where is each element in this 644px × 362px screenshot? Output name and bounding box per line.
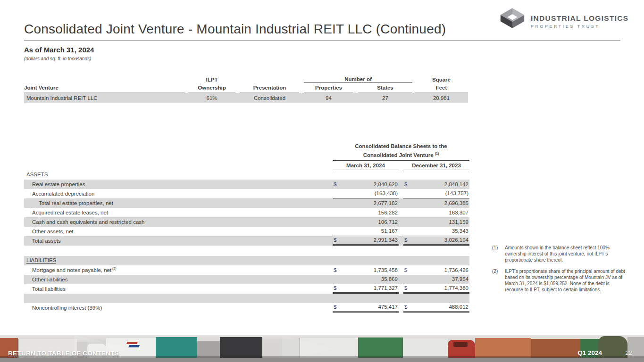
balance-sheet: Consolidated Balance Sheets to the Conso… <box>24 142 469 313</box>
truck-red <box>448 340 475 358</box>
row-label: LIABILITIES <box>24 257 333 264</box>
balance-sheet-row: Total liabilities $1,771,327 $1,774,380 <box>24 284 469 294</box>
page-number: 22 <box>626 349 632 356</box>
jv-header-top-row: ILPT Number of Square <box>24 74 468 82</box>
footnote-text: ILPT's proportionate share of the princi… <box>505 268 626 293</box>
footnote-number: (1) <box>492 245 505 263</box>
row-value-current: (163,438) <box>333 189 399 198</box>
row-value-prior: $1,774,380 <box>403 284 469 294</box>
balance-sheet-row: Real estate properties $2,840,620 $2,840… <box>24 180 469 189</box>
row-value-current: $2,991,343 <box>333 236 399 246</box>
row-label: Real estate properties <box>24 181 333 187</box>
col-ownership: Ownership <box>188 85 235 92</box>
row-value-current: 35,869 <box>333 275 399 284</box>
col-presentation: Presentation <box>240 85 299 92</box>
title-divider <box>24 41 620 41</box>
logo-name: INDUSTRIAL LOGISTICS <box>531 14 628 23</box>
container-gray <box>197 341 220 358</box>
row-value-current: 106,712 <box>333 217 399 227</box>
return-to-toc-link[interactable]: RETURN TO TABLE OF CONTENTS <box>8 350 119 357</box>
bs-col-prior: December 31, 2023 <box>403 161 469 170</box>
footer-photo-strip: RETURN TO TABLE OF CONTENTS Q1 2024 22 <box>0 335 644 362</box>
jv-ownership: 61% <box>188 95 235 101</box>
row-label: Other assets, net <box>24 229 333 234</box>
container-green <box>358 337 403 358</box>
row-label: Noncontrolling interest (39%) <box>24 305 333 311</box>
row-value-current <box>333 294 399 303</box>
jv-square-feet: 20,981 <box>415 95 468 101</box>
row-value-prior: 35,343 <box>403 227 469 236</box>
col-number-of: Number of <box>304 76 412 82</box>
col-square: Square <box>415 77 468 82</box>
row-value-current <box>333 246 399 256</box>
row-label: Accumulated depreciation <box>24 191 333 197</box>
row-value-prior: $3,026,194 <box>403 236 469 246</box>
row-value-current <box>333 170 399 180</box>
row-value-prior: 163,307 <box>403 208 469 217</box>
logo-tagline: PROPERTIES TRUST <box>531 24 628 29</box>
row-value-prior: $2,840,142 <box>403 180 469 189</box>
balance-sheet-row: Other assets, net 51,167 35,343 <box>24 227 469 236</box>
balance-sheet-row: ASSETS <box>24 170 469 180</box>
row-value-current: $1,771,327 <box>333 284 399 294</box>
bs-col-current: March 31, 2024 <box>333 161 399 170</box>
joint-venture-table: ILPT Number of Square Joint Venture Owne… <box>24 74 468 103</box>
col-states: States <box>358 85 412 92</box>
balance-sheet-row: Other liabilities 35,869 37,954 <box>24 275 469 284</box>
quarter-label: Q1 2024 <box>577 349 602 356</box>
row-value-current: 51,167 <box>333 227 399 236</box>
balance-sheet-row: Mortgage and notes payable, net (2) $1,7… <box>24 265 469 275</box>
row-label: Total real estate properties, net <box>24 200 333 206</box>
balance-sheet-row: LIABILITIES <box>24 256 469 265</box>
footnotes: (1) Amounts shown in the balance sheet r… <box>492 245 626 298</box>
balance-sheet-row: Cash and cash equivalents and restricted… <box>24 217 469 227</box>
row-value-prior <box>403 170 469 180</box>
balance-sheet-row: Acquired real estate leases, net 156,282… <box>24 208 469 217</box>
footnote: (2) ILPT's proportionate share of the pr… <box>492 268 626 293</box>
footnote-text: Amounts shown in the balance sheet refle… <box>505 245 626 263</box>
row-label: Mortgage and notes payable, net (2) <box>24 267 333 273</box>
balance-sheet-row <box>24 294 469 303</box>
row-label: Total liabilities <box>24 286 333 292</box>
row-value-prior: (143,757) <box>403 189 469 198</box>
container-orange-2 <box>531 339 580 358</box>
row-label: ASSETS <box>24 172 333 178</box>
jv-presentation: Consolidated <box>240 95 299 101</box>
balance-sheet-rows: ASSETS Real estate properties $2,840,620… <box>24 170 469 313</box>
as-of-date: As of March 31, 2024 <box>24 46 94 54</box>
row-label: Acquired real estate leases, net <box>24 210 333 215</box>
company-logo: INDUSTRIAL LOGISTICS PROPERTIES TRUST <box>498 8 629 35</box>
jv-properties: 94 <box>304 95 353 101</box>
footnote-number: (2) <box>492 268 505 293</box>
units-note: (dollars and sq. ft. in thousands) <box>24 56 91 61</box>
row-value-current: $2,840,620 <box>333 180 399 189</box>
row-value-current: $1,735,458 <box>333 265 399 275</box>
row-value-prior: 131,159 <box>403 217 469 227</box>
trailer-white-3 <box>403 338 448 358</box>
bs-title-line1: Consolidated Balance Sheets to the <box>333 142 469 150</box>
col-joint-venture: Joint Venture <box>24 85 184 92</box>
jv-states: 27 <box>358 95 412 101</box>
photo-ground <box>0 358 644 362</box>
balance-sheet-row: Noncontrolling interest (39%) $475,417 $… <box>24 303 469 313</box>
container-teal <box>156 337 197 358</box>
jv-name: Mountain Industrial REIT LLC <box>24 95 184 101</box>
row-value-current: 2,677,182 <box>333 198 399 208</box>
trees <box>598 336 627 358</box>
balance-sheet-header: Consolidated Balance Sheets to the Conso… <box>333 142 469 170</box>
balance-sheet-row: Total assets $2,991,343 $3,026,194 <box>24 236 469 246</box>
row-label: Cash and cash equivalents and restricted… <box>24 219 333 225</box>
ilpt-cube-icon <box>499 8 526 35</box>
container-orange-1 <box>475 338 531 358</box>
row-value-prior: 2,696,385 <box>403 198 469 208</box>
row-value-prior: $488,012 <box>403 303 469 313</box>
col-feet: Feet <box>415 85 468 92</box>
balance-sheet-row <box>24 246 469 256</box>
row-value-prior <box>403 246 469 256</box>
col-properties: Properties <box>304 85 353 92</box>
page-title: Consolidated Joint Venture - Mountain In… <box>24 22 505 37</box>
balance-sheet-row: Accumulated depreciation (163,438) (143,… <box>24 189 469 198</box>
col-ilpt: ILPT <box>188 77 235 82</box>
bs-title-line2: Consolidated Joint Venture (1) <box>333 150 469 159</box>
container-dark <box>220 337 262 358</box>
